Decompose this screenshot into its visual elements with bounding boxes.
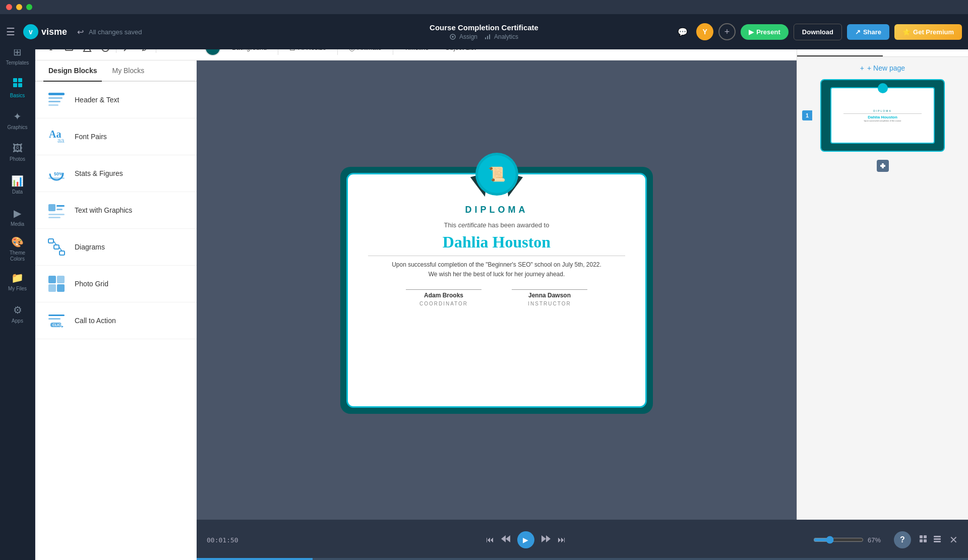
forward-button[interactable] [540, 533, 552, 546]
play-button[interactable]: ▶ [517, 531, 534, 548]
svg-rect-59 [934, 538, 941, 540]
graphics-label: Graphics [7, 125, 27, 130]
close-window-dot[interactable] [6, 4, 12, 10]
font-pairs-label: Font Pairs [75, 133, 107, 141]
svg-rect-26 [54, 245, 59, 249]
help-button[interactable]: ? [894, 531, 911, 548]
svg-text:50%: 50% [54, 171, 63, 176]
data-icon: 📊 [11, 175, 24, 187]
svg-marker-50 [501, 535, 506, 542]
diagrams-label: Diagrams [75, 243, 105, 251]
svg-rect-54 [920, 535, 923, 538]
next-button[interactable]: ⏭ [558, 535, 566, 544]
prev-button[interactable]: ⏮ [486, 535, 494, 544]
svg-rect-49 [880, 165, 885, 167]
maximize-window-dot[interactable] [26, 4, 32, 10]
star-icon: ⭐ [902, 28, 911, 36]
block-call-to-action[interactable]: CLICK Call to Action [35, 302, 197, 339]
completion-text-2: We wish her the best of luck for her jou… [429, 270, 565, 279]
svg-rect-11 [48, 93, 65, 95]
sidebar-item-theme-colors[interactable]: 🎨 Theme Colors [3, 234, 33, 264]
templates-label: Templates [6, 60, 29, 66]
svg-rect-1 [485, 37, 486, 39]
premium-button[interactable]: ⭐ Get Premium [894, 24, 962, 40]
right-panel: Pages Comments + + New page 1 DIPLOMA Da… [797, 35, 968, 560]
svg-rect-60 [934, 541, 941, 542]
sidebar-item-media[interactable]: ▶ Media [3, 202, 33, 232]
menu-icon[interactable]: ☰ [6, 26, 15, 38]
progress-line [197, 558, 968, 560]
photo-grid-icon [45, 273, 68, 295]
theme-colors-label: Theme Colors [3, 250, 33, 262]
svg-rect-4 [13, 78, 17, 82]
svg-rect-6 [13, 83, 17, 87]
stats-figures-icon: 50% [45, 162, 68, 184]
my-files-icon: 📁 [11, 272, 24, 284]
sidebar-item-photos[interactable]: 🖼 Photos [3, 137, 33, 167]
svg-rect-25 [48, 239, 53, 243]
svg-marker-52 [541, 535, 546, 542]
comment-button[interactable]: 💬 [674, 23, 691, 40]
text-graphics-label: Text with Graphics [75, 206, 132, 214]
svg-rect-31 [57, 276, 65, 283]
zoom-slider-container: 67% [813, 536, 888, 544]
assign-link[interactable]: Assign [450, 33, 477, 40]
logo-text: visme [41, 27, 67, 37]
svg-rect-7 [18, 83, 22, 87]
text-graphics-icon [45, 199, 68, 221]
analytics-link[interactable]: Analytics [485, 33, 518, 40]
download-button[interactable]: Download [794, 24, 842, 40]
photos-label: Photos [10, 156, 25, 162]
media-label: Media [11, 221, 24, 227]
sidebar-item-basics[interactable]: Basics [3, 73, 33, 103]
completion-text-1: Upon successful completion of the "Begin… [392, 260, 601, 270]
svg-line-29 [59, 247, 62, 251]
undo-button[interactable]: ↩ [77, 27, 84, 37]
cert-inner: 📜 DIPLOMA This certificate has been awar… [346, 173, 647, 408]
present-button[interactable]: ▶ Present [741, 24, 789, 40]
share-icon: ↗ [855, 28, 861, 36]
share-button[interactable]: ↗ Share [847, 24, 889, 40]
mini-diploma-title: DIPLOMA [873, 109, 892, 112]
add-page-icon[interactable] [877, 160, 889, 172]
rewind-button[interactable] [500, 533, 511, 546]
block-diagrams[interactable]: Diagrams [35, 229, 197, 266]
sidebar-item-data[interactable]: 📊 Data [3, 169, 33, 200]
plus-icon: + [860, 64, 864, 72]
block-photo-grid[interactable]: Photo Grid [35, 266, 197, 302]
user-avatar[interactable]: Y [696, 23, 713, 40]
diagrams-icon [45, 236, 68, 258]
cert-subtitle: This certificate has been awarded to [444, 221, 550, 229]
badge-circle: 📜 [478, 155, 516, 193]
minimize-window-dot[interactable] [16, 4, 22, 10]
certificate[interactable]: 📜 DIPLOMA This certificate has been awar… [340, 167, 653, 414]
page-thumbnail-1[interactable]: DIPLOMA Dahlia Houston Upon successful c… [820, 79, 945, 152]
block-stats-figures[interactable]: 50% Stats & Figures [35, 155, 197, 192]
photo-grid-label: Photo Grid [75, 280, 108, 288]
tab-my-blocks[interactable]: My Blocks [107, 60, 149, 82]
sidebar-item-apps[interactable]: ⚙ Apps [3, 298, 33, 329]
grid-view-button[interactable] [917, 533, 929, 547]
block-header-text[interactable]: Header & Text [35, 82, 197, 118]
svg-rect-56 [920, 539, 923, 542]
canvas-area[interactable]: 📜 DIPLOMA This certificate has been awar… [197, 60, 797, 520]
list-view-button[interactable] [931, 533, 943, 547]
theme-colors-icon: 🎨 [11, 236, 24, 248]
block-font-pairs[interactable]: Aa aa Font Pairs [35, 118, 197, 155]
doc-title[interactable]: Course Completion Certificate [430, 23, 538, 32]
sidebar-item-my-files[interactable]: 📁 My Files [3, 266, 33, 296]
svg-rect-20 [48, 204, 55, 211]
sidebar-item-graphics[interactable]: ✦ Graphics [3, 105, 33, 135]
cert-badge: 📜 [469, 152, 524, 197]
doc-title-area: Course Completion Certificate Assign Ana… [430, 23, 538, 40]
close-button[interactable]: ✕ [949, 534, 958, 546]
block-text-graphics[interactable]: Text with Graphics [35, 192, 197, 229]
tab-design-blocks[interactable]: Design Blocks [43, 60, 102, 82]
new-page-button[interactable]: + + New page [797, 57, 968, 79]
svg-rect-33 [57, 284, 65, 292]
sig-title-2: INSTRUCTOR [528, 301, 571, 306]
add-collaborator-button[interactable]: + [718, 23, 736, 40]
signatories: Adam Brooks COORDINATOR Jenna Dawson INS… [368, 289, 625, 306]
sig-name-1: Adam Brooks [424, 292, 463, 299]
zoom-slider[interactable] [813, 536, 864, 544]
